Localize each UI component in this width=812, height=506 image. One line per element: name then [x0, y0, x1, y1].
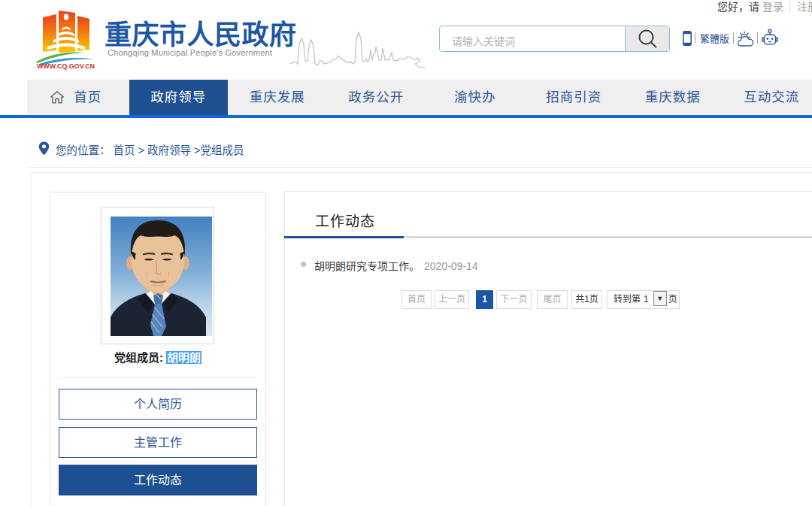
svg-text:WWW.CQ.GOV.CN: WWW.CQ.GOV.CN [37, 62, 95, 70]
